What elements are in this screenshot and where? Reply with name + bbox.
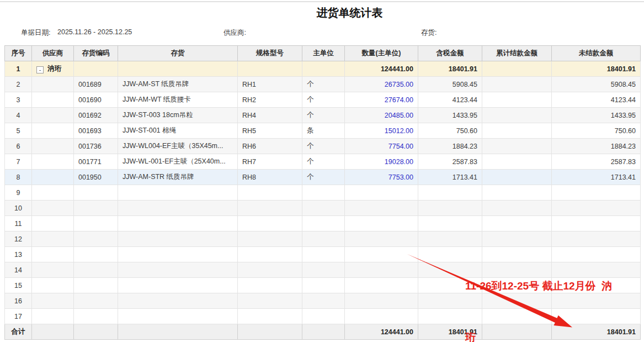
handwritten-note-line2: 珩 — [465, 329, 612, 342]
supplier-filter-label: 供应商: — [223, 28, 246, 38]
cell-seq: 10 — [5, 201, 32, 216]
cell-tax-amount: 5908.45 — [418, 77, 482, 92]
cell-unit: 个 — [302, 77, 345, 92]
grid-header: 序号供应商存货编码存货规格型号主单位数量(主单位)含税金额累计结款金额未结款金额 — [5, 46, 641, 61]
cell-settled-amount — [482, 92, 552, 108]
cell-empty — [32, 216, 74, 231]
cell-empty — [32, 309, 74, 324]
handwritten-note-line1: 11-26到12-25号 截止12月份 汭 — [465, 277, 612, 294]
cell-unit — [302, 324, 345, 340]
cell-settled-amount — [482, 154, 552, 170]
cell-stock-name: JJW-AM-WT 纸质腰卡 — [118, 92, 238, 108]
stock-row[interactable]: 3001690JJW-AM-WT 纸质腰卡RH2个27674.004123.44… — [5, 92, 641, 108]
cell-seq: 8 — [5, 170, 32, 185]
qty-link[interactable]: 19028.00 — [345, 154, 418, 170]
cell-empty — [302, 309, 345, 324]
group-settled-total — [482, 61, 552, 77]
collapse-toggle-icon[interactable]: - — [36, 66, 44, 73]
cell-empty — [74, 293, 118, 309]
cell-empty — [32, 185, 74, 201]
cell-supplier — [32, 324, 74, 340]
cell-empty — [238, 278, 302, 293]
stock-row[interactable]: 4001692JJW-ST-003 18cm吊粒RH4个20485.001433… — [5, 108, 641, 123]
cell-empty — [345, 262, 418, 278]
empty-row[interactable]: 10 — [5, 201, 641, 216]
cell-empty — [74, 247, 118, 262]
cell-empty — [118, 247, 238, 262]
cell-unit — [302, 61, 345, 77]
cell-empty — [552, 201, 641, 216]
cell-empty — [32, 231, 74, 247]
cell-empty — [302, 262, 345, 278]
date-filter-value[interactable]: 2025.11.26 - 2025.12.25 — [57, 28, 132, 36]
cell-empty — [345, 185, 418, 201]
column-header-4[interactable]: 规格型号 — [238, 46, 302, 61]
cell-unit: 个 — [302, 139, 345, 154]
cell-empty — [74, 216, 118, 231]
cell-empty — [482, 216, 552, 231]
qty-link[interactable]: 7753.00 — [345, 170, 418, 185]
column-header-2[interactable]: 存货编码 — [74, 46, 118, 61]
cell-spec: RH8 — [238, 170, 302, 185]
stock-row[interactable]: 6001736JJW-WL004-EF主唛（35X45m...RH6个7754.… — [5, 139, 641, 154]
column-header-0[interactable]: 序号 — [5, 46, 32, 61]
cell-stock-name: JJW-AM-STR 纸质吊牌 — [118, 170, 238, 185]
cell-tax-amount: 1713.41 — [418, 170, 482, 185]
qty-link[interactable]: 20485.00 — [345, 108, 418, 123]
cell-supplier — [32, 77, 74, 92]
cell-seq: 14 — [5, 262, 32, 278]
cell-tax-amount: 1433.95 — [418, 108, 482, 123]
column-header-7[interactable]: 含税金额 — [418, 46, 482, 61]
cell-empty — [118, 309, 238, 324]
stock-row[interactable]: 7001771JJW-WL-001-EF主唛（25X40m...RH7个1902… — [5, 154, 641, 170]
cell-stock-code: 001690 — [74, 92, 118, 108]
cell-tax-amount: 4123.44 — [418, 92, 482, 108]
column-header-1[interactable]: 供应商 — [32, 46, 74, 61]
cell-stock-name: JJW-AM-ST 纸质吊牌 — [118, 77, 238, 92]
cell-supplier — [32, 154, 74, 170]
cell-seq: 17 — [5, 309, 32, 324]
cell-seq: 6 — [5, 139, 32, 154]
column-header-9[interactable]: 未结款金额 — [552, 46, 641, 61]
column-header-8[interactable]: 累计结款金额 — [482, 46, 552, 61]
stock-row[interactable]: 5001693JJW-ST-001 棉绳RH5条15012.00750.6075… — [5, 123, 641, 139]
cell-unit: 个 — [302, 154, 345, 170]
qty-link[interactable]: 15012.00 — [345, 123, 418, 139]
cell-empty — [302, 247, 345, 262]
cell-unsettled-amount: 2587.83 — [552, 154, 641, 170]
cell-stock-name — [118, 324, 238, 340]
cell-empty — [118, 216, 238, 231]
qty-link[interactable]: 27674.00 — [345, 92, 418, 108]
group-qty-total[interactable]: 124441.00 — [345, 61, 418, 77]
cell-empty — [238, 293, 302, 309]
column-header-6[interactable]: 数量(主单位) — [345, 46, 418, 61]
page-title: 进货单统计表 — [0, 6, 644, 20]
column-header-3[interactable]: 存货 — [118, 46, 238, 61]
stock-row[interactable]: 8001950JJW-AM-STR 纸质吊牌RH8个7753.001713.41… — [5, 170, 641, 185]
cell-supplier — [32, 123, 74, 139]
cell-empty — [418, 201, 482, 216]
handwritten-note: 11-26到12-25号 截止12月份 汭 珩 — [465, 243, 612, 342]
cell-supplier — [32, 139, 74, 154]
stock-row[interactable]: 2001689JJW-AM-ST 纸质吊牌RH1个26735.005908.45… — [5, 77, 641, 92]
qty-link[interactable]: 26735.00 — [345, 77, 418, 92]
cell-spec — [238, 61, 302, 77]
filter-bar: 单据日期: 2025.11.26 - 2025.12.25 供应商: 存货: — [0, 28, 644, 38]
cell-stock-code: 001736 — [74, 139, 118, 154]
cell-empty — [32, 278, 74, 293]
cell-unsettled-amount: 4123.44 — [552, 92, 641, 108]
group-summary-row[interactable]: 1-汭珩124441.0018401.9118401.91 — [5, 61, 641, 77]
cell-stock-code — [74, 324, 118, 340]
cell-empty — [345, 216, 418, 231]
cell-empty — [302, 201, 345, 216]
cell-empty — [418, 185, 482, 201]
qty-link[interactable]: 7754.00 — [345, 139, 418, 154]
cell-stock-code: 001771 — [74, 154, 118, 170]
cell-spec: RH1 — [238, 77, 302, 92]
empty-row[interactable]: 11 — [5, 216, 641, 231]
cell-empty — [238, 247, 302, 262]
cell-unsettled-amount: 5908.45 — [552, 77, 641, 92]
cell-empty — [238, 201, 302, 216]
empty-row[interactable]: 9 — [5, 185, 641, 201]
column-header-5[interactable]: 主单位 — [302, 46, 345, 61]
